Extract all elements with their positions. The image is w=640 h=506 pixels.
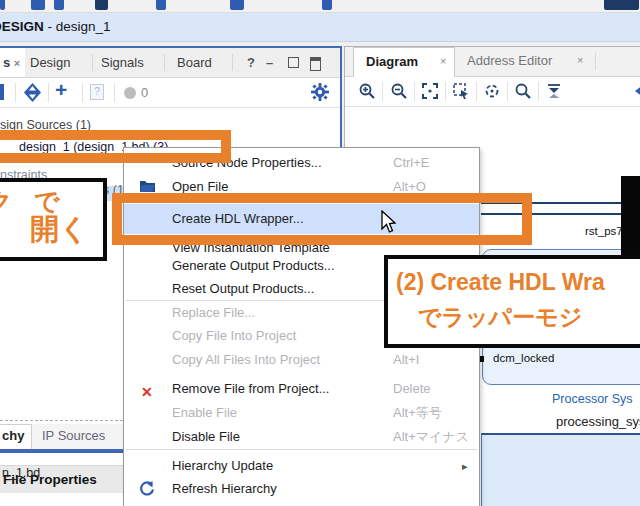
close-icon[interactable]: × — [577, 54, 583, 66]
annotation-box-create-hdl: (2) Create HDL Wra でラッパーモジ — [384, 255, 640, 348]
toolbar-icon-fragment — [322, 0, 332, 10]
black-annotation-band — [621, 176, 640, 257]
menu-item-remove-file-from-project[interactable]: ✕ Remove File from Project...Delete — [124, 377, 479, 401]
minimize-icon[interactable]: – — [266, 48, 273, 77]
toolbar-icon-fragment — [31, 0, 45, 10]
tab-address-editor[interactable]: Address Editor — [467, 53, 552, 68]
zoom-out-icon[interactable] — [391, 83, 407, 99]
toolbar-icon-fragment — [156, 0, 166, 10]
tab-board[interactable]: Board — [177, 48, 212, 77]
rst-block-name: rst_ps7 — [585, 225, 623, 237]
toolbar-icon-fragment — [95, 0, 108, 10]
sources-toolbar: + ? 0 — [0, 78, 340, 108]
diagram-tab-bar: Diagram × Address Editor × — [345, 47, 640, 77]
annotation-box-open: ク で 開く — [0, 178, 107, 261]
file-properties-filename: n_1.bd — [2, 466, 40, 480]
orange-highlight-design1 — [0, 130, 231, 163]
autofit-target-icon[interactable] — [484, 83, 500, 99]
menu-separator — [126, 449, 477, 450]
processing-system-label[interactable]: processing_sys — [556, 414, 640, 429]
add-sources-icon[interactable]: + — [55, 78, 67, 102]
settings-gear-icon[interactable] — [311, 83, 329, 101]
menu-item-copy-all-files-into-project: Copy All Files Into ProjectAlt+I — [124, 348, 479, 372]
toolbar-icon-fragment — [230, 0, 244, 10]
help-icon[interactable]: ? — [247, 48, 255, 77]
menu-item-enable-file: Enable FileAlt+等号 — [124, 401, 479, 425]
maximize-icon[interactable] — [288, 57, 299, 68]
menu-item-refresh-hierarchy[interactable]: Refresh Hierarchy — [124, 477, 479, 501]
collapse-icon[interactable] — [546, 83, 562, 99]
sources-tab-bar: s × Design Signals Board ? – — [0, 48, 340, 78]
zoom-selection-icon[interactable] — [453, 83, 469, 99]
expand-collapse-icon[interactable] — [24, 83, 41, 102]
float-icon[interactable] — [310, 57, 321, 71]
cut-icon-fragment — [0, 84, 4, 100]
block-type-label[interactable]: Processor Sys — [552, 392, 633, 406]
main-toolbar-sliver — [0, 0, 640, 13]
submenu-arrow-icon: ▸ — [462, 454, 468, 478]
block-design-title-bar: DESIGN - design_1 — [0, 13, 640, 42]
tab-design[interactable]: Design — [30, 48, 70, 77]
diagram-toolbar — [345, 77, 640, 107]
status-circle-icon — [124, 87, 136, 99]
close-icon[interactable]: × — [440, 55, 446, 67]
search-icon[interactable] — [515, 83, 531, 99]
close-icon[interactable]: × — [14, 57, 20, 69]
toolbar-icon-fragment — [604, 0, 639, 10]
tab-hierarchy[interactable]: chy — [2, 428, 24, 443]
port-label-dcm-locked[interactable]: dcm_locked — [493, 352, 554, 364]
toolbar-icon-fragment — [54, 0, 64, 10]
tab-sources[interactable]: s × — [0, 48, 25, 77]
remove-x-icon: ✕ — [141, 380, 159, 396]
mouse-cursor — [381, 210, 397, 234]
page-title: DESIGN - design_1 — [0, 13, 111, 41]
tab-signals[interactable]: Signals — [101, 48, 144, 77]
status-count: 0 — [141, 85, 148, 100]
processing-system-block[interactable] — [481, 433, 640, 506]
help-doc-icon: ? — [90, 84, 104, 100]
partial-icon — [635, 83, 640, 99]
menu-item-disable-file[interactable]: Disable FileAlt+マイナス — [124, 425, 479, 449]
toolbar-icon-fragment — [0, 0, 5, 10]
refresh-icon — [139, 480, 157, 496]
zoom-fit-icon[interactable] — [422, 83, 438, 99]
orange-highlight-create-hdl — [112, 193, 532, 245]
zoom-in-icon[interactable] — [359, 83, 375, 99]
tab-diagram[interactable]: Diagram × — [353, 47, 455, 77]
tab-ip-sources[interactable]: IP Sources — [42, 428, 105, 443]
menu-item-hierarchy-update[interactable]: Hierarchy Update ▸ — [124, 454, 479, 478]
